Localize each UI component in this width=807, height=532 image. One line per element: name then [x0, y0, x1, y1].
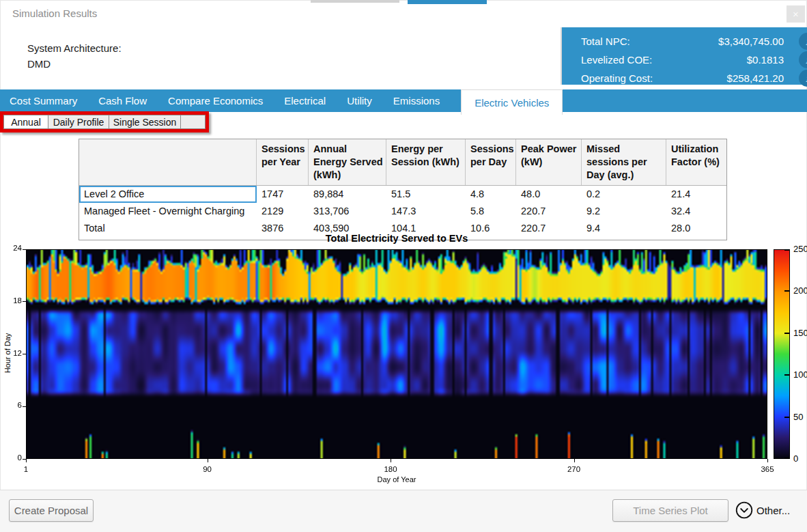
colorbar-tick-mark	[784, 249, 790, 251]
tab-utility[interactable]: Utility	[347, 95, 372, 107]
y-tick-mark	[23, 301, 26, 302]
window-title: Simulation Results	[12, 8, 97, 19]
subtab-daily-profile[interactable]: Daily Profile	[48, 115, 109, 129]
info-icon[interactable]: i	[799, 51, 807, 68]
x-tick-mark	[208, 459, 208, 462]
colorbar-tick-mark	[784, 458, 790, 459]
tab-cash-flow[interactable]: Cash Flow	[98, 95, 147, 107]
create-proposal-button[interactable]: Create Proposal	[9, 499, 94, 522]
column-header: Sessions per Year	[257, 139, 309, 185]
table-row[interactable]: Managed Fleet - Overnight Charging212931…	[79, 203, 726, 220]
y-tick-mark	[23, 249, 26, 250]
x-tick-label: 90	[194, 465, 221, 473]
x-tick-label: 365	[754, 465, 781, 473]
value-cell: 5.8	[466, 203, 516, 220]
tab-compare-economics[interactable]: Compare Economics	[168, 95, 263, 107]
x-tick-label: 180	[377, 465, 404, 473]
y-tick-mark	[23, 354, 26, 354]
main-tab-bar: Cost SummaryCash FlowCompare EconomicsEl…	[0, 89, 807, 112]
info-icon[interactable]: i	[799, 33, 807, 50]
tab-electrical[interactable]: Electrical	[284, 95, 326, 107]
y-tick-mark	[23, 406, 26, 407]
summary-panel: Total NPC:$3,340,745.00iLevelized COE:$0…	[561, 27, 807, 85]
column-header: Annual Energy Served (kWh)	[309, 139, 386, 185]
colorbar-tick-mark	[784, 333, 790, 334]
value-cell: 32.4	[666, 203, 726, 220]
x-tick-mark	[767, 459, 768, 462]
ev-results-table: Sessions per YearAnnual Energy Served (k…	[79, 139, 727, 240]
x-axis-label: Day of Year	[26, 475, 767, 484]
y-tick-label: 18	[4, 296, 22, 305]
value-cell: 0.2	[582, 186, 666, 203]
x-tick-mark	[26, 459, 27, 462]
tab-cost-summary[interactable]: Cost Summary	[10, 95, 77, 107]
summary-label: Operating Cost:	[581, 72, 653, 84]
column-header: Sessions per Day	[466, 139, 516, 185]
chevron-down-circle-icon[interactable]	[735, 501, 753, 519]
close-icon[interactable]: ×	[787, 5, 805, 23]
summary-value: $258,421.20	[727, 72, 784, 84]
colorbar	[774, 249, 790, 459]
summary-label: Total NPC:	[581, 36, 630, 47]
x-tick-mark	[391, 459, 391, 462]
row-label-cell[interactable]: Level 2 Office	[79, 186, 257, 203]
summary-label: Levelized COE:	[581, 54, 652, 66]
value-cell: 1747	[257, 186, 309, 203]
background-window-strip-blue	[408, 0, 487, 4]
value-cell: 313,706	[309, 203, 386, 220]
value-cell: 89,884	[309, 186, 386, 203]
column-header: Peak Power (kW)	[516, 139, 582, 185]
table-row[interactable]: Level 2 Office174789,88451.54.848.00.221…	[79, 186, 726, 203]
summary-value: $0.1813	[747, 54, 784, 66]
subtab-annual[interactable]: Annual	[3, 115, 48, 129]
row-label-cell[interactable]: Managed Fleet - Overnight Charging	[79, 203, 257, 220]
value-cell: 220.7	[516, 203, 582, 220]
colorbar-tick-label: 100	[793, 369, 807, 380]
other-button[interactable]: Other...	[756, 505, 790, 516]
colorbar-tick-label: 50	[793, 412, 803, 422]
y-tick-label: 12	[4, 349, 22, 357]
summary-row: Total NPC:$3,340,745.00i	[562, 32, 807, 51]
colorbar-tick-mark	[784, 290, 790, 292]
value-cell: 21.4	[666, 186, 726, 203]
chart-title: Total Electricity Served to EVs	[26, 233, 767, 244]
value-cell: 48.0	[516, 186, 582, 203]
column-header: Utilization Factor (%)	[666, 139, 726, 185]
value-cell: 2129	[257, 203, 309, 220]
system-architecture-value: DMD	[27, 58, 51, 70]
info-icon[interactable]: i	[799, 70, 807, 87]
x-tick-label: 270	[561, 465, 588, 473]
background-window-strip-gray	[311, 0, 399, 3]
annotation-red-box: AnnualDaily ProfileSingle Session	[0, 111, 209, 132]
summary-value: $3,340,745.00	[718, 36, 784, 47]
colorbar-tick-label: 200	[793, 285, 807, 296]
column-header: Missed sessions per Day (avg.)	[582, 139, 666, 185]
value-cell: 147.3	[386, 203, 466, 220]
column-header: Energy per Session (kWh)	[386, 139, 466, 185]
tab-emissions[interactable]: Emissions	[393, 95, 440, 107]
colorbar-tick-label: 0	[793, 453, 798, 464]
system-architecture-label: System Architecture:	[27, 42, 122, 54]
footer-bar: Create Proposal Time Series Plot Other..…	[0, 490, 807, 532]
y-tick-label: 24	[4, 244, 22, 252]
value-cell: 9.2	[582, 203, 666, 220]
value-cell: 51.5	[386, 186, 466, 203]
subtab-single-session[interactable]: Single Session	[109, 115, 181, 129]
tab-electric-vehicles[interactable]: Electric Vehicles	[461, 89, 563, 115]
heatmap-plot	[26, 249, 767, 459]
column-header	[79, 139, 257, 185]
y-tick-label: 6	[4, 401, 22, 409]
x-tick-label: 1	[12, 465, 40, 473]
table-header-row: Sessions per YearAnnual Energy Served (k…	[79, 139, 726, 186]
colorbar-tick-label: 150	[793, 328, 807, 338]
subtab-filler	[181, 115, 206, 129]
y-tick-label: 0	[4, 453, 22, 462]
value-cell: 4.8	[466, 186, 516, 203]
summary-row: Operating Cost:$258,421.20i	[562, 69, 807, 87]
colorbar-tick-label: 250	[793, 244, 807, 254]
colorbar-tick-mark	[784, 417, 790, 418]
x-tick-mark	[574, 459, 575, 462]
summary-row: Levelized COE:$0.1813i	[562, 51, 807, 69]
ev-heatmap-canvas	[27, 250, 767, 458]
time-series-plot-button[interactable]: Time Series Plot	[612, 499, 728, 522]
